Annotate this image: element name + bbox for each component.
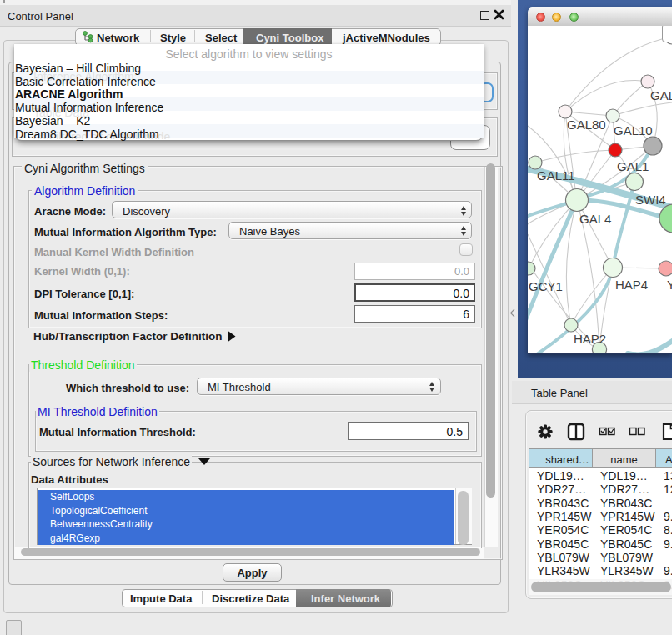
svg-text:GAL11: GAL11 [537,168,575,182]
svg-text:GAL4: GAL4 [579,212,611,226]
svg-text:Y: Y [667,278,672,292]
svg-text:GCY1: GCY1 [529,279,563,293]
svg-text:HAP4: HAP4 [615,278,648,292]
svg-text:GAL1: GAL1 [617,159,649,173]
svg-text:HAP2: HAP2 [574,332,606,346]
svg-text:GAL7: GAL7 [650,88,672,102]
svg-text:GAL80: GAL80 [567,118,606,132]
svg-text:SWI4: SWI4 [635,192,666,207]
svg-text:GAL10: GAL10 [614,123,653,138]
